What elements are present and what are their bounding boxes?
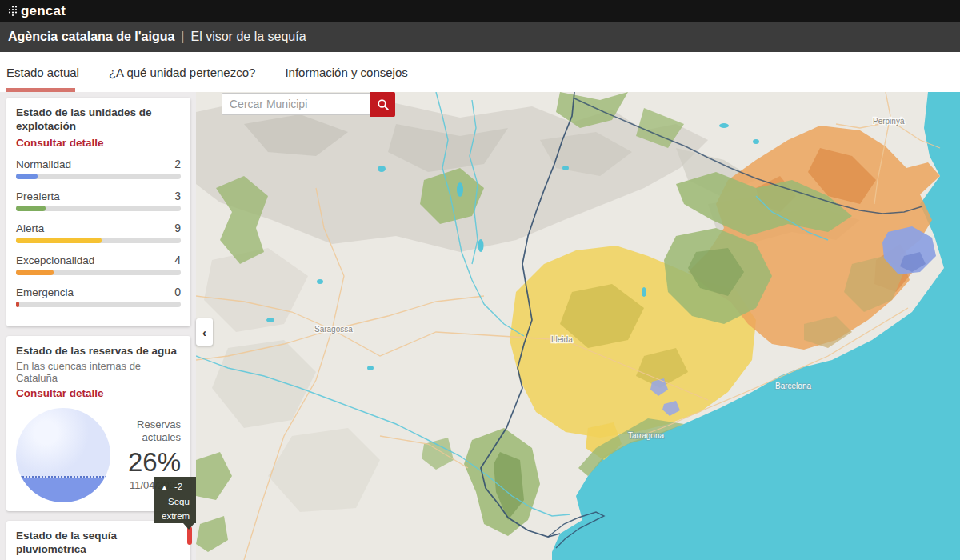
status-label: Normalidad (16, 158, 71, 170)
status-value: 4 (174, 254, 181, 266)
status-value: 0 (174, 286, 181, 298)
drought-tooltip: ▲-2 Sequ extrem (154, 477, 196, 523)
gauge-dash-line (20, 476, 106, 478)
reserves-caption-1: Reservas (137, 418, 181, 430)
status-row-excepcionalidad: Excepcionalidad4 (16, 254, 181, 275)
warning-triangle-icon: ▲ (161, 483, 168, 491)
tooltip-line2: Sequ (158, 494, 196, 509)
gauge-fill (16, 478, 110, 502)
status-value: 9 (174, 222, 181, 234)
panel-reservas-title: Estado de las reservas de agua (16, 345, 181, 358)
search-input[interactable] (222, 93, 370, 115)
label-tarragona: Tarragona (628, 431, 664, 440)
app-header: Agència catalana de l'aigua | El visor d… (0, 22, 960, 52)
map-canvas[interactable]: Saragossa Lleida Perpinyà Barcelona Tarr… (196, 92, 960, 560)
panel-unidades-title: Estado de las unidades de explotación (16, 106, 181, 134)
status-label: Excepcionalidad (16, 254, 94, 266)
sidebar-collapse-button[interactable]: ‹ (196, 318, 213, 346)
tooltip-line3: extrem (158, 509, 196, 523)
app-title: Agència catalana de l'aigua (8, 30, 174, 44)
top-bar: gencat (0, 0, 960, 22)
label-perpinya: Perpinyà (873, 117, 905, 126)
search-button[interactable] (370, 92, 395, 117)
logo-text: gencat (21, 3, 66, 19)
status-bar-track (16, 206, 181, 211)
status-bar-fill (16, 174, 38, 179)
status-label: Alerta (16, 222, 44, 234)
status-bar-track (16, 302, 181, 307)
map-area: Saragossa Lleida Perpinyà Barcelona Tarr… (196, 92, 960, 560)
status-bar-track (16, 270, 181, 275)
reserves-value: 26% (125, 447, 181, 478)
reservas-detail-link[interactable]: Consultar detalle (16, 387, 104, 399)
status-bar-track (16, 238, 181, 243)
content: Estado de las unidades de explotación Co… (0, 92, 960, 560)
status-bar-fill (16, 238, 102, 243)
panel-pluviometrica-title: Estado de la sequía pluviométrica (16, 530, 181, 557)
status-label: Prealerta (16, 190, 60, 202)
water-reserve-gauge (16, 408, 110, 502)
status-row-alerta: Alerta9 (16, 222, 181, 243)
reserves-caption-2: actuales (142, 431, 181, 443)
unidades-detail-link[interactable]: Consultar detalle (16, 137, 104, 149)
gencat-logo[interactable]: gencat (8, 3, 66, 19)
status-bar-fill (16, 206, 46, 211)
gencat-dots-icon (8, 5, 18, 17)
label-saragossa: Saragossa (314, 325, 353, 334)
tab-unidad[interactable]: ¿A qué unidad pertenezco? (94, 52, 270, 92)
panel-reservas-subtitle: En las cuencas internas de Cataluña (16, 360, 181, 384)
panel-pluviometrica: Estado de la sequía pluviométrica Consul… (6, 521, 190, 560)
label-lleida: Lleida (551, 335, 573, 344)
tab-informacion[interactable]: Información y consejos (270, 52, 422, 92)
page-title: El visor de la sequía (190, 30, 306, 44)
tooltip-pointer (183, 523, 194, 530)
tab-estado-actual[interactable]: Estado actual (0, 52, 94, 92)
status-bar-track (16, 174, 181, 179)
status-row-prealerta: Prealerta3 (16, 190, 181, 211)
search-icon (377, 98, 390, 111)
municipality-search (222, 93, 395, 117)
header-divider: | (181, 30, 184, 44)
tooltip-value: -2 (174, 482, 182, 491)
label-barcelona: Barcelona (775, 382, 811, 390)
tab-bar: Estado actual ¿A qué unidad pertenezco? … (0, 52, 960, 92)
status-bar-fill (16, 302, 19, 307)
status-row-normalidad: Normalidad2 (16, 158, 181, 179)
status-value: 2 (174, 158, 181, 170)
status-label: Emergencia (16, 286, 74, 298)
status-list: Normalidad2Prealerta3Alerta9Excepcionali… (16, 158, 181, 307)
panel-unidades: Estado de las unidades de explotación Co… (6, 98, 190, 326)
status-bar-fill (16, 270, 54, 275)
chevron-left-icon: ‹ (202, 326, 206, 339)
status-value: 3 (174, 190, 181, 202)
status-row-emergencia: Emergencia0 (16, 286, 181, 307)
